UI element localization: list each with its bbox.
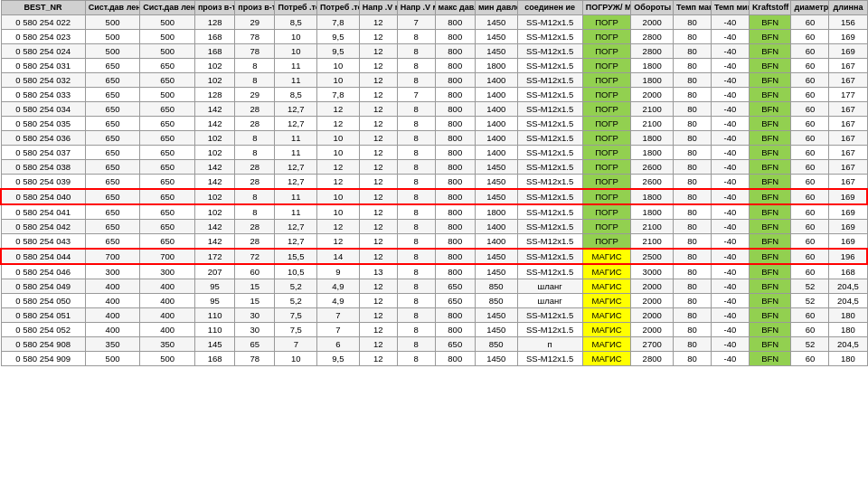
cell-potreb_tok_max: 10 <box>275 43 317 58</box>
cell-napr_v_min: 8 <box>397 159 435 174</box>
cell-oboroty: 2100 <box>631 101 674 116</box>
cell-temp_max: 80 <box>673 279 711 293</box>
cell-temp_max: 80 <box>673 204 711 220</box>
cell-pogruz_magistr: ПОГР <box>582 189 631 204</box>
col-header-soedinenie: соединен ие <box>517 1 582 15</box>
cell-pogruz_magistr: МАГИС <box>582 307 631 322</box>
cell-dlinna: 167 <box>829 159 867 174</box>
cell-temp_max: 80 <box>673 116 711 130</box>
cell-napr_v_max: 12 <box>359 87 397 101</box>
cell-napr_v_max: 12 <box>359 145 397 159</box>
cell-sist_dav_max: 650 <box>85 189 140 204</box>
cell-napr_v_min: 8 <box>397 264 435 279</box>
cell-proiz_vt_lch: 8 <box>235 145 275 159</box>
cell-soedinenie: SS-M12x1.5 <box>517 43 582 58</box>
cell-potreb_tok_max: 12,7 <box>275 159 317 174</box>
cell-sist_dav_min: 400 <box>140 293 195 307</box>
cell-temp_min: -40 <box>711 219 749 233</box>
cell-napr_v_min: 8 <box>397 279 435 293</box>
cell-soedinenie: SS-M12x1.5 <box>517 58 582 72</box>
cell-temp_min: -40 <box>711 14 749 29</box>
cell-potreb_tok_min: 10 <box>317 189 360 204</box>
cell-oboroty: 2100 <box>631 233 674 249</box>
cell-min_davl: 1400 <box>475 233 517 249</box>
cell-best_nr: 0 580 254 046 <box>1 264 85 279</box>
cell-sist_dav_min: 400 <box>140 279 195 293</box>
cell-potreb_tok_max: 11 <box>275 189 317 204</box>
cell-soedinenie: шланг <box>517 293 582 307</box>
cell-best_nr: 0 580 254 043 <box>1 233 85 249</box>
cell-best_nr: 0 580 254 909 <box>1 351 85 365</box>
cell-max_davl: 800 <box>435 14 475 29</box>
cell-min_davl: 1400 <box>475 72 517 87</box>
cell-sist_dav_max: 350 <box>85 336 140 351</box>
cell-potreb_tok_max: 10,5 <box>275 264 317 279</box>
cell-sist_dav_max: 500 <box>85 43 140 58</box>
col-header-min_davl: мин давле ние, кРа <box>475 1 517 15</box>
cell-napr_v_max: 12 <box>359 351 397 365</box>
cell-potreb_tok_min: 7,8 <box>317 14 360 29</box>
cell-dlinna: 169 <box>829 219 867 233</box>
cell-napr_v_max: 12 <box>359 233 397 249</box>
cell-potreb_tok_min: 12 <box>317 101 360 116</box>
cell-proiz_vt: 142 <box>194 101 234 116</box>
cell-temp_min: -40 <box>711 189 749 204</box>
cell-max_davl: 800 <box>435 145 475 159</box>
cell-pogruz_magistr: ПОГР <box>582 43 631 58</box>
cell-soedinenie: SS-M12x1.5 <box>517 159 582 174</box>
cell-sist_dav_min: 500 <box>140 351 195 365</box>
cell-dlinna: 180 <box>829 351 867 365</box>
cell-napr_v_max: 12 <box>359 43 397 58</box>
cell-kraftstoff: BFN <box>749 72 791 87</box>
cell-temp_min: -40 <box>711 351 749 365</box>
cell-proiz_vt: 102 <box>194 204 234 220</box>
cell-best_nr: 0 580 254 032 <box>1 72 85 87</box>
cell-diametr: 60 <box>791 351 829 365</box>
cell-soedinenie: SS-M12x1.5 <box>517 233 582 249</box>
cell-temp_max: 80 <box>673 322 711 336</box>
col-header-diametr: диаметр <box>791 1 829 15</box>
cell-pogruz_magistr: МАГИС <box>582 249 631 264</box>
cell-proiz_vt_lch: 8 <box>235 204 275 220</box>
cell-potreb_tok_max: 12,7 <box>275 101 317 116</box>
cell-napr_v_min: 8 <box>397 204 435 220</box>
cell-max_davl: 800 <box>435 29 475 43</box>
cell-napr_v_max: 12 <box>359 189 397 204</box>
col-header-dlinna: длинна <box>829 1 867 15</box>
col-header-temp_min: Темп мин <box>711 1 749 15</box>
cell-dlinna: 180 <box>829 322 867 336</box>
col-header-potreb_tok_min: Потреб .ток мин, А <box>317 1 360 15</box>
cell-pogruz_magistr: ПОГР <box>582 159 631 174</box>
cell-oboroty: 1800 <box>631 145 674 159</box>
cell-temp_min: -40 <box>711 264 749 279</box>
cell-max_davl: 800 <box>435 264 475 279</box>
cell-potreb_tok_max: 12,7 <box>275 174 317 189</box>
cell-min_davl: 1450 <box>475 174 517 189</box>
cell-oboroty: 2500 <box>631 249 674 264</box>
cell-pogruz_magistr: ПОГР <box>582 29 631 43</box>
cell-diametr: 60 <box>791 322 829 336</box>
col-header-proiz_vt: произ в-ть л/ч <box>194 1 234 15</box>
cell-temp_min: -40 <box>711 58 749 72</box>
cell-best_nr: 0 580 254 036 <box>1 130 85 145</box>
cell-proiz_vt_lch: 30 <box>235 322 275 336</box>
cell-dlinna: 167 <box>829 130 867 145</box>
cell-oboroty: 2700 <box>631 336 674 351</box>
cell-potreb_tok_max: 11 <box>275 72 317 87</box>
cell-napr_v_max: 12 <box>359 204 397 220</box>
main-container: BEST_NRСист.дав ление макс, кРаСист.дав … <box>0 0 868 366</box>
cell-soedinenie: SS-M12x1.5 <box>517 351 582 365</box>
cell-sist_dav_max: 650 <box>85 72 140 87</box>
cell-min_davl: 1450 <box>475 43 517 58</box>
cell-napr_v_min: 8 <box>397 174 435 189</box>
cell-kraftstoff: BFN <box>749 322 791 336</box>
cell-kraftstoff: BFN <box>749 264 791 279</box>
cell-potreb_tok_min: 14 <box>317 249 360 264</box>
cell-proiz_vt_lch: 28 <box>235 101 275 116</box>
cell-temp_min: -40 <box>711 322 749 336</box>
cell-proiz_vt: 128 <box>194 87 234 101</box>
cell-potreb_tok_min: 10 <box>317 58 360 72</box>
cell-napr_v_max: 12 <box>359 14 397 29</box>
cell-sist_dav_max: 650 <box>85 159 140 174</box>
data-table: BEST_NRСист.дав ление макс, кРаСист.дав … <box>0 0 868 366</box>
